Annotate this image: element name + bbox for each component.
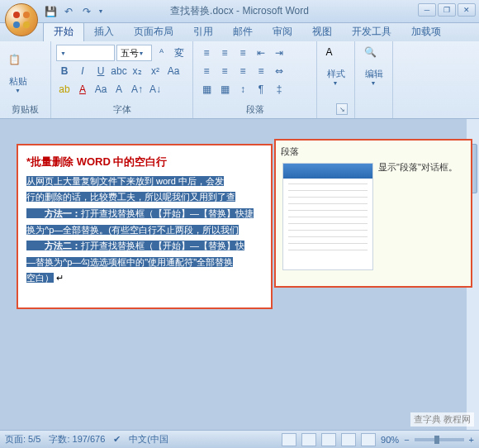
grow-font-button[interactable]: A↑ — [129, 81, 145, 98]
status-proof-icon[interactable]: ✔ — [113, 434, 121, 445]
strike-button[interactable]: abc — [111, 63, 127, 79]
tab-layout[interactable]: 页面布局 — [124, 22, 183, 41]
svg-point-1 — [23, 12, 30, 18]
font-size-select[interactable]: 五号▼ — [116, 45, 152, 61]
zoom-out-button[interactable]: − — [404, 435, 409, 445]
tooltip-preview-image — [282, 163, 373, 270]
paste-button[interactable]: 📋 粘贴 ▼ — [5, 45, 31, 102]
watermark: 查字典 教程网 — [410, 412, 474, 427]
view-print-layout[interactable] — [282, 433, 296, 446]
align-center-button[interactable]: ≡ — [216, 63, 233, 79]
sort-button[interactable]: ↕ — [235, 81, 251, 98]
phonetic-icon[interactable]: 変 — [171, 45, 187, 61]
tab-home[interactable]: 开始 — [43, 21, 84, 41]
view-fullscreen[interactable] — [301, 433, 316, 446]
highlight-button[interactable]: ab — [56, 81, 73, 98]
zoom-in-button[interactable]: + — [469, 435, 474, 445]
justify-button[interactable]: ≡ — [253, 63, 269, 79]
status-words[interactable]: 字数: 197/676 — [49, 433, 105, 446]
italic-button[interactable]: I — [74, 63, 91, 79]
indent-left-button[interactable]: ⇤ — [253, 45, 269, 61]
font-name-select[interactable]: ▼ — [56, 45, 115, 61]
group-clipboard-label: 剪贴板 — [5, 102, 45, 117]
view-web[interactable] — [321, 433, 336, 446]
status-page[interactable]: 页面: 5/5 — [5, 433, 40, 446]
tab-view[interactable]: 视图 — [302, 22, 342, 41]
view-outline[interactable] — [341, 433, 356, 446]
clear-format-icon[interactable]: ᴬ — [154, 45, 170, 61]
styles-icon: A — [326, 46, 346, 66]
undo-icon[interactable]: ↶ — [61, 4, 76, 19]
superscript-button[interactable]: x² — [147, 63, 164, 79]
chevron-down-icon: ▼ — [15, 88, 21, 93]
qat-dropdown-icon[interactable]: ▼ — [97, 4, 104, 19]
bold-button[interactable]: B — [56, 63, 73, 79]
tab-developer[interactable]: 开发工具 — [342, 22, 401, 41]
zoom-slider[interactable] — [415, 438, 464, 441]
group-paragraph-label: 段落 — [198, 102, 311, 117]
view-draft[interactable] — [361, 433, 376, 446]
tab-references[interactable]: 引用 — [183, 22, 223, 41]
editing-button[interactable]: 🔍 编辑 ▼ — [360, 45, 387, 88]
document-page[interactable]: *批量删除 WORD 中的空白行 从网页上大量复制文件下来放到 word 中后，… — [17, 144, 273, 309]
doc-heading: *批量删除 WORD 中的空白行 — [26, 154, 263, 171]
window-title: 查找替换.docx - Microsoft Word — [170, 4, 309, 18]
minimize-button[interactable]: ─ — [418, 3, 436, 17]
bullets-button[interactable]: ≡ — [198, 45, 215, 61]
styles-dialog-launcher[interactable]: ↘ — [336, 103, 348, 115]
numbering-button[interactable]: ≡ — [216, 45, 233, 61]
borders-button[interactable]: ▦ — [216, 81, 233, 98]
subscript-button[interactable]: x₂ — [129, 63, 145, 79]
show-marks-button[interactable]: ¶ — [253, 81, 269, 98]
paragraph-tooltip: 段落 显示"段落"对话框。 — [274, 139, 472, 288]
office-button[interactable] — [5, 3, 38, 36]
svg-point-0 — [13, 12, 20, 18]
save-icon[interactable]: 💾 — [43, 4, 58, 19]
tooltip-description: 显示"段落"对话框。 — [378, 161, 466, 174]
shading-button[interactable]: ▦ — [198, 81, 215, 98]
paste-icon: 📋 — [8, 54, 28, 74]
char-border-button[interactable]: A — [111, 81, 127, 98]
font-color-button[interactable]: A — [74, 81, 91, 98]
underline-button[interactable]: U — [92, 63, 109, 79]
close-button[interactable]: ✕ — [458, 3, 476, 17]
zoom-level[interactable]: 90% — [381, 435, 399, 445]
ribbon-tabs: 开始 插入 页面布局 引用 邮件 审阅 视图 开发工具 加载项 — [0, 23, 479, 41]
find-icon: 🔍 — [364, 46, 384, 66]
svg-point-3 — [23, 21, 30, 28]
tab-insert[interactable]: 插入 — [84, 22, 124, 41]
align-left-button[interactable]: ≡ — [198, 63, 215, 79]
line-spacing-button[interactable]: ‡ — [271, 81, 287, 98]
align-right-button[interactable]: ≡ — [235, 63, 251, 79]
tooltip-title: 段落 — [281, 145, 466, 158]
redo-icon[interactable]: ↷ — [79, 4, 94, 19]
svg-point-2 — [13, 21, 20, 28]
group-font-label: 字体 — [56, 102, 187, 117]
status-language[interactable]: 中文(中国 — [129, 433, 168, 446]
char-shading-button[interactable]: Aa — [92, 81, 109, 98]
tab-review[interactable]: 审阅 — [263, 22, 302, 41]
ribbon: 📋 粘贴 ▼ 剪贴板 ▼ 五号▼ ᴬ 変 B I U abc x₂ x² Aa — [0, 41, 479, 119]
distribute-button[interactable]: ⇔ — [271, 63, 287, 79]
status-bar: 页面: 5/5 字数: 197/676 ✔ 中文(中国 90% − + — [0, 430, 479, 448]
multilevel-button[interactable]: ≡ — [235, 45, 251, 61]
tab-addins[interactable]: 加载项 — [401, 22, 451, 41]
indent-right-button[interactable]: ⇥ — [271, 45, 287, 61]
change-case-button[interactable]: Aa — [165, 63, 182, 79]
tab-mail[interactable]: 邮件 — [223, 22, 263, 41]
styles-button[interactable]: A 样式 ▼ — [322, 45, 349, 88]
shrink-font-button[interactable]: A↓ — [147, 81, 164, 98]
restore-button[interactable]: ❐ — [438, 3, 456, 17]
